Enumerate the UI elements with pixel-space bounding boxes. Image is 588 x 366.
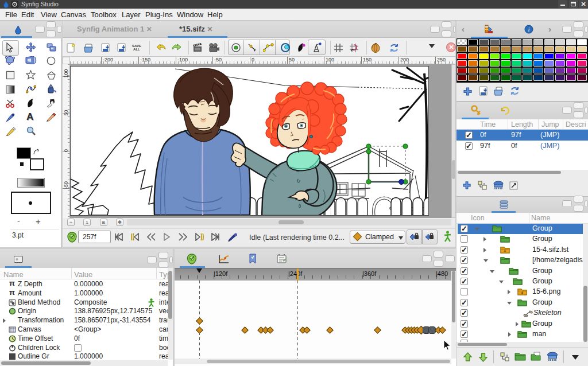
svg-text:i: i bbox=[528, 26, 529, 33]
